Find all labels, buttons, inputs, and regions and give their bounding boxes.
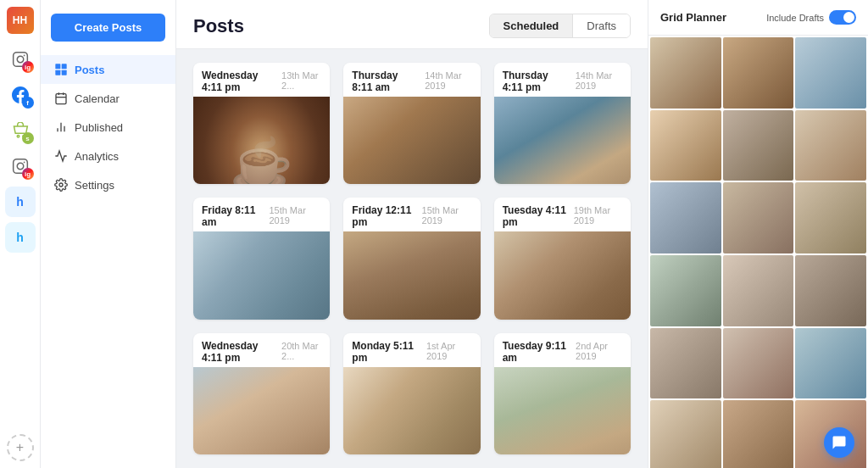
- svg-point-7: [23, 162, 25, 164]
- grid-thumb[interactable]: [795, 182, 866, 254]
- posts-grid: Wednesday 4:11 pm 13th Mar 2... Thursday…: [176, 49, 648, 468]
- tab-drafts[interactable]: Drafts: [573, 14, 630, 37]
- grid-thumb[interactable]: [795, 110, 866, 181]
- grid-thumb[interactable]: [650, 37, 721, 109]
- post-date: 13th Mar 2...: [281, 70, 321, 91]
- post-card[interactable]: Monday 5:11 pm 1st Apr 2019: [343, 333, 480, 454]
- create-posts-button[interactable]: Create Posts: [51, 14, 165, 42]
- post-image: [494, 97, 631, 184]
- main-header: Posts Scheduled Drafts: [176, 0, 648, 49]
- post-card[interactable]: Wednesday 4:11 pm 13th Mar 2...: [193, 63, 330, 184]
- toggle-switch[interactable]: [829, 10, 856, 25]
- post-time: Thursday 8:11 am: [352, 70, 420, 93]
- post-time: Tuesday 4:11 pm: [503, 204, 569, 228]
- chat-button[interactable]: [824, 427, 854, 458]
- facebook-icon[interactable]: f: [5, 80, 36, 110]
- svg-rect-11: [62, 70, 67, 75]
- tab-group: Scheduled Drafts: [489, 14, 631, 38]
- svg-rect-9: [62, 64, 67, 69]
- post-date: 14th Mar 2019: [425, 70, 472, 91]
- grid-thumb[interactable]: [723, 400, 794, 468]
- tab-scheduled[interactable]: Scheduled: [490, 14, 574, 37]
- svg-rect-8: [55, 64, 60, 69]
- sidebar-calendar-label: Calendar: [75, 92, 120, 105]
- post-date: 14th Mar 2019: [576, 70, 622, 91]
- post-date: 2nd Apr 2019: [576, 341, 622, 361]
- grid-thumb[interactable]: [795, 37, 866, 109]
- post-date: 1st Apr 2019: [426, 341, 472, 361]
- sidebar-analytics-label: Analytics: [75, 150, 119, 163]
- sidebar-settings-label: Settings: [75, 179, 114, 192]
- grid-thumb[interactable]: [650, 255, 721, 326]
- post-image: [343, 367, 480, 454]
- post-card[interactable]: Friday 12:11 pm 15th Mar 2019: [343, 198, 480, 319]
- post-date: 15th Mar 2019: [422, 205, 472, 226]
- post-date: 20th Mar 2...: [281, 341, 321, 361]
- sidebar-item-published[interactable]: Published: [41, 113, 175, 142]
- right-panel: Grid Planner Include Drafts: [648, 0, 868, 468]
- sidebar-item-posts[interactable]: Posts: [41, 55, 175, 84]
- post-image: [494, 231, 631, 319]
- post-card[interactable]: Wednesday 4:11 pm 20th Mar 2...: [193, 333, 330, 454]
- shop-icon[interactable]: s: [5, 115, 36, 146]
- svg-point-1: [17, 56, 24, 63]
- shop-badge: s: [22, 132, 34, 144]
- right-panel-header: Grid Planner Include Drafts: [648, 0, 868, 36]
- instagram2-icon[interactable]: ig: [5, 151, 36, 181]
- svg-point-6: [17, 163, 24, 170]
- grid-thumb[interactable]: [795, 328, 866, 399]
- post-time: Friday 12:11 pm: [352, 204, 416, 228]
- post-card[interactable]: Thursday 4:11 pm 14th Mar 2019: [494, 63, 631, 184]
- instagram-icon[interactable]: ig: [5, 44, 36, 75]
- post-time: Friday 8:11 am: [202, 204, 264, 228]
- svg-rect-12: [56, 94, 66, 104]
- post-time: Monday 5:11 pm: [352, 340, 421, 364]
- post-image: [343, 231, 480, 319]
- svg-point-19: [59, 183, 63, 187]
- svg-point-2: [23, 55, 25, 57]
- sidebar-posts-label: Posts: [75, 64, 104, 76]
- post-card[interactable]: Tuesday 4:11 pm 19th Mar 2019: [494, 198, 631, 319]
- grid-thumb[interactable]: [723, 182, 794, 254]
- icon-bar: HH ig f s ig h h +: [0, 0, 41, 468]
- post-time: Wednesday 4:11 pm: [202, 340, 276, 364]
- post-image: [494, 367, 631, 454]
- sidebar-item-calendar[interactable]: Calendar: [41, 84, 175, 113]
- grid-planner-images: [648, 36, 868, 468]
- post-image: [193, 367, 330, 454]
- post-date: 15th Mar 2019: [269, 205, 321, 226]
- avatar[interactable]: HH: [7, 7, 34, 34]
- grid-thumb[interactable]: [723, 110, 794, 181]
- post-card[interactable]: Friday 8:11 am 15th Mar 2019: [193, 198, 330, 319]
- include-drafts-label: Include Drafts: [766, 13, 824, 23]
- post-date: 19th Mar 2019: [574, 205, 622, 226]
- ig2-badge: ig: [22, 168, 34, 180]
- grid-thumb[interactable]: [650, 182, 721, 254]
- twitter-hopper-icon[interactable]: h: [5, 222, 36, 253]
- post-time: Thursday 4:11 pm: [503, 70, 570, 93]
- main-content: Posts Scheduled Drafts Wednesday 4:11 pm…: [176, 0, 648, 468]
- grid-thumb[interactable]: [650, 400, 721, 468]
- sidebar-item-settings[interactable]: Settings: [41, 170, 175, 199]
- include-drafts-toggle[interactable]: Include Drafts: [766, 10, 856, 25]
- sidebar-published-label: Published: [75, 121, 123, 134]
- grid-thumb[interactable]: [723, 255, 794, 326]
- post-time: Wednesday 4:11 pm: [202, 70, 276, 93]
- grid-thumb[interactable]: [650, 328, 721, 399]
- grid-thumb[interactable]: [723, 37, 794, 109]
- post-card[interactable]: Tuesday 9:11 am 2nd Apr 2019: [494, 333, 631, 454]
- post-image: [193, 231, 330, 319]
- post-card[interactable]: Thursday 8:11 am 14th Mar 2019: [343, 63, 480, 184]
- sidebar-item-analytics[interactable]: Analytics: [41, 142, 175, 170]
- grid-planner-title: Grid Planner: [660, 11, 726, 24]
- post-image: [343, 97, 480, 184]
- grid-thumb[interactable]: [650, 110, 721, 181]
- grid-thumb[interactable]: [723, 328, 794, 399]
- sidebar: Create Posts Posts Calendar Published An…: [41, 0, 176, 468]
- ig-badge: ig: [22, 61, 34, 73]
- page-title: Posts: [193, 15, 244, 37]
- hopper-icon[interactable]: h: [5, 187, 36, 217]
- svg-point-3: [17, 135, 19, 137]
- add-account-button[interactable]: +: [7, 434, 34, 461]
- grid-thumb[interactable]: [795, 255, 866, 326]
